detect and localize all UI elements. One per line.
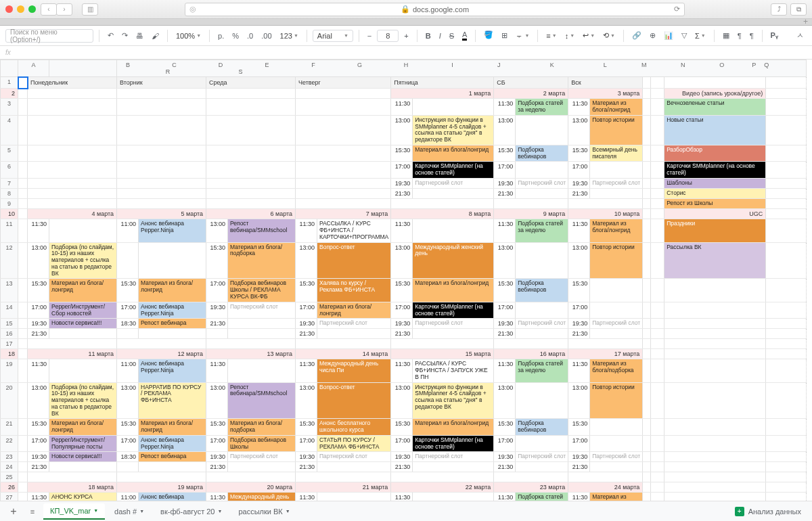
legend-shab[interactable]: Шаблоны bbox=[664, 179, 766, 189]
fill-color[interactable]: 🪣 bbox=[481, 29, 496, 43]
functions-button[interactable]: Σ▼ bbox=[692, 30, 708, 41]
py-button[interactable]: Pᵧ bbox=[768, 30, 781, 41]
undo-button[interactable]: ↶ bbox=[105, 30, 116, 41]
url-text: docs.google.com bbox=[413, 5, 469, 14]
refresh-icon[interactable]: ⟳ bbox=[674, 5, 680, 14]
chart-button[interactable]: 📊 bbox=[661, 30, 676, 41]
new-tab[interactable]: + bbox=[803, 17, 808, 26]
halign-button[interactable]: ≡▼ bbox=[543, 30, 559, 41]
share-button[interactable]: ⤴ bbox=[771, 3, 787, 16]
tab-strip: + bbox=[0, 19, 812, 26]
font-select[interactable]: Arial▼ bbox=[313, 30, 353, 42]
mac-titlebar: ‹ › ▥ ◎ 🔒 docs.google.com ⟳ ⤴ ⧉ bbox=[0, 0, 812, 19]
legend-new[interactable]: Новые статьи bbox=[664, 115, 766, 145]
sidebar-toggle[interactable]: ▥ bbox=[82, 3, 98, 16]
valign-button[interactable]: ↕▼ bbox=[562, 30, 577, 41]
sheets-toolbar: Поиск по меню (Option+/) ↶ ↷ 🖶 🖌 100%▼ р… bbox=[0, 26, 812, 46]
menu-search[interactable]: Поиск по меню (Option+/) bbox=[5, 29, 93, 43]
merge-button[interactable]: ⫟▼ bbox=[513, 30, 532, 41]
legend-kart[interactable]: Карточки SMMplanner (на основе статей) bbox=[664, 162, 766, 179]
lock-icon: 🔒 bbox=[401, 5, 410, 14]
paint-format[interactable]: 🖌 bbox=[149, 30, 162, 41]
tb-icon-1[interactable]: ▦ bbox=[720, 30, 732, 41]
tb-icon-3[interactable]: ¶ bbox=[747, 30, 757, 41]
legend-video[interactable]: Видео (запись урока/другое) bbox=[664, 89, 766, 99]
link-button[interactable]: 🔗 bbox=[629, 30, 644, 41]
spreadsheet-grid[interactable]: A B C D E F G H I J K L M N O P Q R S 1 … bbox=[0, 60, 812, 501]
col-header[interactable]: A bbox=[18, 60, 49, 77]
legend-evergreen[interactable]: Вечнозеленые статьи bbox=[664, 99, 766, 116]
italic-button[interactable]: I bbox=[436, 30, 444, 41]
select-all-corner[interactable] bbox=[1, 60, 18, 77]
font-size-dec[interactable]: − bbox=[365, 30, 374, 41]
rotate-button[interactable]: ⟲▼ bbox=[600, 30, 618, 41]
legend-rassvk[interactable]: Рассылка ВК bbox=[664, 242, 766, 279]
back-button[interactable]: ‹ bbox=[41, 3, 57, 16]
reader-icon: ◎ bbox=[189, 5, 196, 14]
forward-button[interactable]: › bbox=[56, 3, 72, 16]
currency-button[interactable]: р. bbox=[215, 30, 227, 41]
dec-increase[interactable]: .00 bbox=[258, 30, 274, 41]
close-window[interactable] bbox=[5, 5, 13, 13]
legend-prazd[interactable]: Праздники bbox=[664, 219, 766, 242]
legend-repost[interactable]: Репост из Школы bbox=[664, 199, 766, 209]
strike-button[interactable]: S bbox=[447, 30, 457, 41]
dec-decrease[interactable]: .0 bbox=[244, 30, 256, 41]
col-header-row: A B C D E F G H I J K L M N O P Q R S bbox=[1, 60, 807, 77]
cell-A1[interactable] bbox=[18, 77, 28, 89]
percent-button[interactable]: % bbox=[229, 30, 242, 41]
legend-ugc[interactable]: UGC bbox=[664, 209, 766, 219]
redo-button[interactable]: ↷ bbox=[119, 30, 131, 41]
wrap-button[interactable]: ↩▼ bbox=[580, 30, 597, 41]
zoom-select[interactable]: 100%▼ bbox=[173, 30, 204, 41]
tb-icon-2[interactable]: ¶ bbox=[735, 30, 744, 41]
legend-razbor[interactable]: РазборОбзор bbox=[664, 145, 766, 162]
maximize-window[interactable] bbox=[28, 5, 36, 13]
col-header[interactable] bbox=[49, 60, 117, 77]
number-format[interactable]: 123▼ bbox=[277, 30, 301, 41]
bold-button[interactable]: B bbox=[423, 30, 434, 41]
url-bar[interactable]: ◎ 🔒 docs.google.com ⟳ bbox=[185, 3, 685, 16]
legend-storis[interactable]: Сторис bbox=[664, 189, 766, 199]
filter-button[interactable]: ▽ bbox=[679, 30, 690, 41]
text-color[interactable]: A bbox=[459, 29, 470, 42]
comment-button[interactable]: ⊕ bbox=[647, 30, 658, 41]
borders-button[interactable]: ⊞ bbox=[499, 30, 510, 41]
window-controls bbox=[5, 5, 36, 13]
font-size-inc[interactable]: + bbox=[401, 30, 411, 41]
font-size[interactable]: 8 bbox=[377, 30, 399, 42]
collapse-toolbar[interactable]: ㅅ bbox=[794, 29, 807, 42]
tabs-button[interactable]: ⧉ bbox=[790, 3, 807, 16]
formula-bar[interactable]: fx bbox=[0, 46, 812, 60]
minimize-window[interactable] bbox=[17, 5, 24, 13]
print-button[interactable]: 🖶 bbox=[133, 30, 146, 41]
